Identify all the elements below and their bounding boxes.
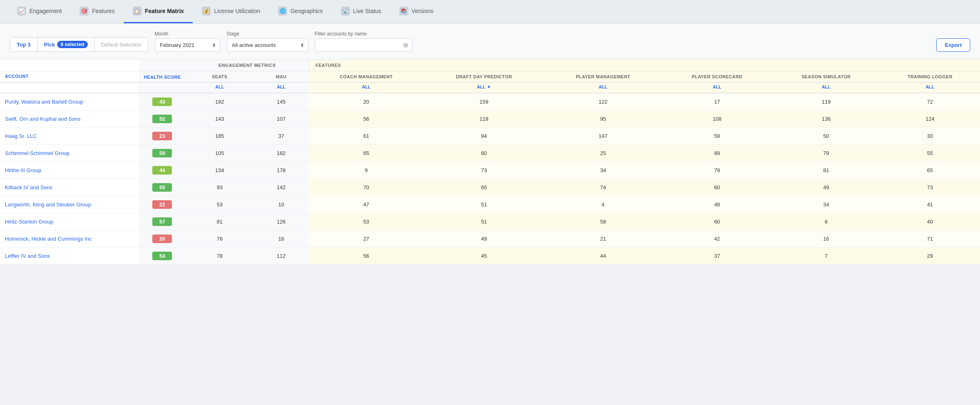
mau-cell: 112: [254, 248, 309, 265]
health-badge: 59: [152, 149, 172, 157]
default-segment-button[interactable]: Default Selection: [95, 38, 148, 51]
account-cell[interactable]: Hirthe III Group: [0, 162, 139, 179]
season-cell: 119: [772, 93, 880, 111]
health-cell: 22: [139, 196, 186, 213]
draft-cell: 49: [423, 230, 544, 248]
engagement-section-header: ENGAGEMENT METRICS: [186, 60, 309, 71]
account-filter-group: Filter accounts by name ⊗: [315, 31, 413, 52]
season-cell: 49: [772, 179, 880, 196]
draft-cell: 51: [423, 213, 544, 230]
player-mgmt-cell: 74: [544, 179, 662, 196]
health-cell: 54: [139, 248, 186, 265]
player-mgmt-all-subheader[interactable]: ALL: [544, 82, 662, 93]
training-all-subheader[interactable]: ALL: [880, 82, 980, 93]
nav-license-utilization[interactable]: 💰 License Utilization: [193, 0, 269, 23]
stage-select-wrapper: All active accounts ⬍: [227, 38, 308, 52]
table-body: Purdy, Watsica and Bartell Group 43 192 …: [0, 93, 980, 265]
table-row: Homenick, Hickle and Cummings Inc 20 76 …: [0, 230, 980, 248]
mau-cell: 182: [254, 145, 309, 162]
player-score-cell: 108: [662, 111, 773, 128]
geo-icon: 🌐: [278, 7, 287, 15]
account-cell[interactable]: Swift, Orn and Kuphal and Sons: [0, 111, 139, 128]
accounts-filter-label: Filter accounts by name: [315, 31, 413, 37]
coach-all-subheader[interactable]: ALL: [309, 82, 423, 93]
table-row: Hintz-Stanton Group 57 81 126 53 51 58 6…: [0, 213, 980, 230]
seats-cell: 143: [186, 111, 254, 128]
nav-engagement-label: Engagement: [29, 8, 62, 14]
account-cell[interactable]: Langworth, Kling and Steuber Group: [0, 196, 139, 213]
nav-features-label: Features: [92, 8, 114, 14]
seats-cell: 105: [186, 145, 254, 162]
season-simulator-col-header: SEASON SIMULATOR: [772, 71, 880, 83]
health-cell: 59: [139, 145, 186, 162]
month-select[interactable]: February 2021: [155, 38, 220, 52]
seats-cell: 192: [186, 93, 254, 111]
health-badge: 23: [152, 132, 172, 140]
pick-badge-wrapper: Pick 6 selected: [44, 41, 88, 48]
health-cell: 52: [139, 111, 186, 128]
coach-cell: 9: [309, 162, 423, 179]
seats-cell: 78: [186, 248, 254, 265]
month-select-wrapper: February 2021 ⬍: [155, 38, 220, 52]
health-cell: 55: [139, 179, 186, 196]
table-row: Purdy, Watsica and Bartell Group 43 192 …: [0, 93, 980, 111]
account-cell[interactable]: Kilback IV and Sons: [0, 179, 139, 196]
pick-segment-button[interactable]: Pick 6 selected: [38, 38, 94, 51]
top-segment-button[interactable]: Top 3: [10, 38, 37, 51]
health-cell: 20: [139, 230, 186, 248]
stage-select[interactable]: All active accounts: [227, 38, 308, 52]
nav-versions[interactable]: 📚 Versions: [390, 0, 443, 23]
nav-engagement[interactable]: 📈 Engagement: [8, 0, 71, 23]
account-cell[interactable]: Leffler IV and Sons: [0, 248, 139, 265]
health-badge: 52: [152, 115, 172, 123]
season-cell: 81: [772, 162, 880, 179]
season-cell: 136: [772, 111, 880, 128]
draft-all-subheader[interactable]: ALL ▼: [423, 82, 544, 93]
account-cell[interactable]: Homenick, Hickle and Cummings Inc: [0, 230, 139, 248]
seats-cell: 93: [186, 179, 254, 196]
account-cell[interactable]: Hintz-Stanton Group: [0, 213, 139, 230]
player-mgmt-cell: 58: [544, 213, 662, 230]
nav-features[interactable]: 🎯 Features: [71, 0, 123, 23]
training-cell: 30: [880, 128, 980, 145]
account-search-input[interactable]: [319, 39, 403, 51]
nav-live-status[interactable]: 📡 Live Status: [332, 0, 390, 23]
training-cell: 55: [880, 145, 980, 162]
player-score-cell: 89: [662, 145, 773, 162]
player-scorecard-col-header: PLAYER SCORECARD: [662, 71, 773, 83]
table-row: Swift, Orn and Kuphal and Sons 52 143 10…: [0, 111, 980, 128]
coach-cell: 20: [309, 93, 423, 111]
clear-search-icon[interactable]: ⊗: [403, 41, 408, 49]
training-cell: 40: [880, 213, 980, 230]
nav-feature-matrix[interactable]: 📋 Feature Matrix: [124, 0, 193, 23]
player-mgmt-cell: 44: [544, 248, 662, 265]
table-column-header-row: ACCOUNT HEALTH SCORE SEATS MAU COACH MAN…: [0, 71, 980, 83]
seats-cell: 76: [186, 230, 254, 248]
player-score-all-subheader[interactable]: ALL: [662, 82, 773, 93]
export-button[interactable]: Export: [936, 38, 970, 52]
season-cell: 79: [772, 145, 880, 162]
live-status-icon: 📡: [341, 7, 350, 15]
account-cell[interactable]: Schimmel-Schimmel Group: [0, 145, 139, 162]
health-score-label: HEALTH SCORE: [144, 75, 181, 80]
account-cell[interactable]: Haag Sr. LLC: [0, 128, 139, 145]
nav-geographics[interactable]: 🌐 Geographics: [269, 0, 332, 23]
month-label: Month: [155, 31, 220, 37]
season-all-subheader[interactable]: ALL: [772, 82, 880, 93]
account-cell[interactable]: Purdy, Watsica and Bartell Group: [0, 93, 139, 111]
coach-cell: 70: [309, 179, 423, 196]
training-cell: 29: [880, 248, 980, 265]
coach-cell: 56: [309, 111, 423, 128]
player-mgmt-cell: 25: [544, 145, 662, 162]
feature-matrix-table: ENGAGEMENT METRICS FEATURES ACCOUNT HEAL…: [0, 60, 980, 265]
mau-cell: 145: [254, 93, 309, 111]
seats-all-subheader[interactable]: ALL: [186, 82, 254, 93]
training-cell: 72: [880, 93, 980, 111]
training-cell: 73: [880, 179, 980, 196]
health-subheader-blank: [139, 82, 186, 93]
features-section-header: FEATURES: [309, 60, 980, 71]
mau-all-subheader[interactable]: ALL: [254, 82, 309, 93]
training-cell: 41: [880, 196, 980, 213]
coach-cell: 65: [309, 145, 423, 162]
segment-selector: Top 3 Pick 6 selected Default Selection: [10, 37, 148, 52]
